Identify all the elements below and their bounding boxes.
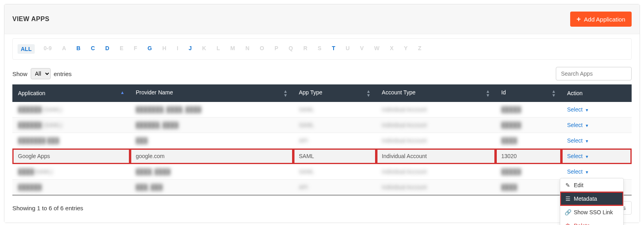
link-icon: 🔗 bbox=[565, 209, 571, 215]
table-row: Google Appsgoogle.comSAMLIndividual Acco… bbox=[12, 149, 632, 164]
alpha-item-y[interactable]: Y bbox=[402, 44, 409, 54]
cell-action: Select ▼ bbox=[561, 102, 632, 117]
alpha-item-f[interactable]: F bbox=[132, 44, 139, 54]
alpha-item-w[interactable]: W bbox=[373, 44, 381, 54]
col-accounttype[interactable]: Account Type▲▼ bbox=[376, 84, 496, 102]
dropdown-show-sso[interactable]: 🔗 Show SSO Link bbox=[560, 205, 623, 219]
search-box bbox=[556, 67, 632, 80]
alpha-item-e[interactable]: E bbox=[118, 44, 125, 54]
alpha-item-g[interactable]: G bbox=[146, 44, 154, 54]
action-dropdown: ✎ Edit ☰ Metadata 🔗 Show SSO Link 🗑 Dele… bbox=[560, 178, 624, 225]
alpha-item-d[interactable]: D bbox=[104, 44, 111, 54]
cell-application: ██████ (SAML) bbox=[12, 102, 130, 117]
cell-provider: ███ bbox=[130, 133, 293, 149]
table-row: ██████ (SAML)██████_████SAMLIndividual A… bbox=[12, 117, 632, 133]
alpha-item-i[interactable]: I bbox=[175, 44, 180, 54]
dropdown-delete[interactable]: 🗑 Delete bbox=[560, 219, 623, 225]
alpha-item-j[interactable]: J bbox=[187, 44, 194, 54]
caret-down-icon: ▼ bbox=[585, 170, 589, 174]
alpha-item-c[interactable]: C bbox=[89, 44, 97, 54]
controls-row: Show All entries bbox=[12, 67, 632, 80]
select-action[interactable]: Select ▼ bbox=[567, 168, 589, 175]
table-row: ████(SAML)████_████SAMLIndividual Accoun… bbox=[12, 164, 632, 180]
cell-provider: ████_████ bbox=[130, 164, 293, 180]
table-body: ██████ (SAML)███████_████_████SAMLIndivi… bbox=[12, 102, 632, 195]
cell-action: Select ▼ bbox=[561, 133, 632, 149]
col-application[interactable]: Application▲ bbox=[12, 84, 130, 102]
select-action[interactable]: Select ▼ bbox=[567, 122, 589, 128]
col-apptype[interactable]: App Type▲▼ bbox=[293, 84, 376, 102]
alpha-item-all[interactable]: ALL bbox=[18, 44, 35, 54]
alpha-item-s[interactable]: S bbox=[316, 44, 323, 54]
cell-apptype: API bbox=[293, 180, 376, 196]
cell-accounttype: Individual Account bbox=[376, 164, 496, 180]
edit-icon: ✎ bbox=[565, 182, 571, 188]
sort-icon: ▲▼ bbox=[551, 89, 556, 97]
cell-id: █████ bbox=[496, 102, 561, 117]
cell-accounttype: Individual Account bbox=[376, 102, 496, 117]
cell-application: ████(SAML) bbox=[12, 164, 130, 180]
cell-apptype: SAML bbox=[293, 149, 376, 164]
table-row: ███████ ██████APIIndividual Account████S… bbox=[12, 133, 632, 149]
alpha-item-q[interactable]: Q bbox=[287, 44, 294, 54]
panel-header: VIEW APPS + Add Application bbox=[4, 4, 640, 34]
col-provider[interactable]: Provider Name▲▼ bbox=[130, 84, 293, 102]
cell-accounttype: Individual Account bbox=[376, 133, 496, 149]
cell-apptype: SAML bbox=[293, 102, 376, 117]
cell-application: ██████ (SAML) bbox=[12, 117, 130, 133]
table-header-row: Application▲ Provider Name▲▼ App Type▲▼ … bbox=[12, 84, 632, 102]
entries-select[interactable]: All bbox=[31, 68, 51, 79]
dropdown-metadata[interactable]: ☰ Metadata bbox=[560, 192, 623, 205]
alpha-item-k[interactable]: K bbox=[201, 44, 208, 54]
page-title: VIEW APPS bbox=[12, 16, 49, 23]
cell-provider: ███████_████_████ bbox=[130, 102, 293, 117]
caret-down-icon: ▼ bbox=[585, 123, 589, 128]
alpha-item-r[interactable]: R bbox=[302, 44, 309, 54]
cell-application: ██████ bbox=[12, 180, 130, 196]
cell-application: ███████ ███ bbox=[12, 133, 130, 149]
alpha-item-z[interactable]: Z bbox=[417, 44, 423, 54]
caret-down-icon: ▼ bbox=[585, 139, 589, 143]
cell-action: Select ▼ bbox=[561, 117, 632, 133]
col-id[interactable]: Id▲▼ bbox=[496, 84, 561, 102]
alpha-item-o[interactable]: O bbox=[258, 44, 266, 54]
select-action[interactable]: Select ▼ bbox=[567, 137, 589, 144]
alpha-item-p[interactable]: P bbox=[273, 44, 280, 54]
alpha-item-t[interactable]: T bbox=[330, 44, 337, 54]
alpha-item-n[interactable]: N bbox=[244, 44, 251, 54]
alpha-item-u[interactable]: U bbox=[344, 44, 351, 54]
cell-apptype: API bbox=[293, 133, 376, 149]
select-action[interactable]: Select ▼ bbox=[567, 106, 589, 113]
alpha-item-h[interactable]: H bbox=[161, 44, 168, 54]
caret-down-icon: ▼ bbox=[585, 155, 589, 159]
cell-application: Google Apps bbox=[12, 149, 130, 164]
alpha-item-0-9[interactable]: 0-9 bbox=[42, 44, 53, 54]
alpha-item-x[interactable]: X bbox=[388, 44, 395, 54]
col-action: Action bbox=[561, 84, 632, 102]
cell-provider: ██████_████ bbox=[130, 117, 293, 133]
cell-accounttype: Individual Account bbox=[376, 180, 496, 196]
sort-icon: ▲▼ bbox=[486, 89, 490, 97]
list-icon: ☰ bbox=[565, 196, 571, 202]
entries-info: Showing 1 to 6 of 6 entries bbox=[12, 205, 83, 211]
panel-body: ALL0-9ABCDEFGHIJKLMNOPQRSTUVWXYZ Show Al… bbox=[4, 38, 640, 223]
apps-table: Application▲ Provider Name▲▼ App Type▲▼ … bbox=[12, 84, 632, 196]
table-row: █████████_███APIIndividual Account████Se… bbox=[12, 180, 632, 196]
search-input[interactable] bbox=[556, 67, 632, 80]
alpha-item-v[interactable]: V bbox=[358, 44, 365, 54]
cell-accounttype: Individual Account bbox=[376, 117, 496, 133]
sort-icon: ▲▼ bbox=[366, 89, 371, 97]
alpha-item-m[interactable]: M bbox=[229, 44, 237, 54]
cell-provider: ███_███ bbox=[130, 180, 293, 196]
cell-provider: google.com bbox=[130, 149, 293, 164]
dropdown-edit[interactable]: ✎ Edit bbox=[560, 178, 623, 192]
alpha-item-b[interactable]: B bbox=[75, 44, 82, 54]
select-action[interactable]: Select ▼ bbox=[567, 153, 589, 159]
alpha-item-l[interactable]: L bbox=[215, 44, 222, 54]
caret-down-icon: ▼ bbox=[585, 108, 589, 112]
add-button-label: Add Application bbox=[584, 16, 625, 23]
show-entries: Show All entries bbox=[12, 68, 72, 79]
add-application-button[interactable]: + Add Application bbox=[570, 12, 632, 27]
sort-asc-icon: ▲ bbox=[120, 90, 124, 95]
alpha-item-a[interactable]: A bbox=[60, 44, 67, 54]
